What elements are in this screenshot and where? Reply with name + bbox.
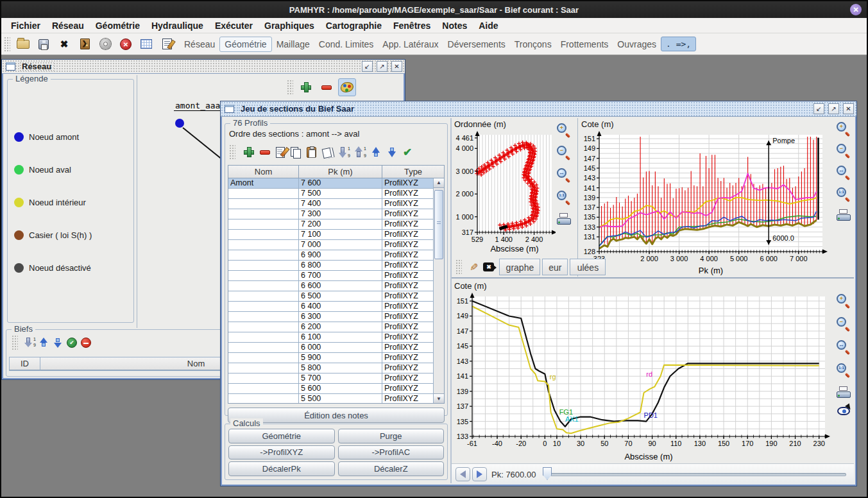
toolbar-drag-handle[interactable]: [455, 259, 462, 275]
zoom-in-icon[interactable]: +: [557, 123, 571, 137]
scroll-down-icon[interactable]: ▼: [434, 393, 444, 403]
move-down-icon[interactable]: [387, 147, 397, 157]
zoom-out-icon[interactable]: −: [837, 144, 851, 158]
table-scrollbar[interactable]: ▲ ▼: [433, 178, 444, 403]
toolbar-button-[interactable]: . =>,: [661, 37, 696, 51]
open-folder-button[interactable]: [14, 35, 32, 53]
sort-descending-icon[interactable]: 19: [24, 337, 35, 348]
sections-window[interactable]: Jeu de sections du Bief Saar ↙ ↗ ✕ 76 Pr…: [220, 101, 857, 486]
minimize-icon[interactable]: ↙: [362, 61, 373, 72]
col-pk[interactable]: Pk (m): [299, 166, 382, 178]
paste-icon[interactable]: [307, 147, 316, 158]
toolbar-button-troncons[interactable]: Tronçons: [510, 37, 556, 51]
table-row[interactable]: 5 700ProfilXYZ: [228, 374, 433, 384]
sort-descending-icon[interactable]: 19: [339, 146, 349, 158]
zoom-fit-icon[interactable]: ↔: [837, 166, 851, 180]
main-splitter[interactable]: [450, 118, 452, 483]
table-row[interactable]: 6 400ProfilXYZ: [228, 302, 433, 312]
zoom-fit-icon[interactable]: ↔: [557, 168, 571, 182]
menu-geometrie[interactable]: Géométrie: [90, 19, 146, 32]
calc-button-profilxyz[interactable]: ->ProfilXYZ: [228, 445, 335, 460]
biefs-col-id[interactable]: ID: [10, 357, 40, 370]
edit-pencil-icon[interactable]: ✎: [470, 261, 478, 273]
zoom-out-icon[interactable]: −: [837, 317, 851, 331]
table-row[interactable]: 6 500ProfilXYZ: [228, 291, 433, 302]
remove-node-button[interactable]: [318, 78, 336, 96]
toolbar-button-reseau[interactable]: Réseau: [180, 37, 219, 51]
delete-bief-icon[interactable]: [81, 338, 91, 348]
toolbar-button-geometrie[interactable]: Géométrie: [219, 37, 271, 52]
plan-view-chart[interactable]: 5291 4002 4004 4614 0003 0002 0001 00031…: [453, 130, 556, 254]
print-icon[interactable]: [837, 386, 851, 398]
toolbar-button-frottements[interactable]: Frottements: [556, 37, 613, 51]
calc-button-decalerz[interactable]: DécalerZ: [338, 461, 445, 476]
pk-slider[interactable]: [543, 473, 846, 476]
zoom-1to1-icon[interactable]: 1:1: [837, 363, 851, 377]
toolbar-button-condlimites[interactable]: Cond. Limites: [314, 37, 379, 51]
table-row[interactable]: 7 300ProfilXYZ: [228, 209, 433, 219]
table-row[interactable]: 7 500ProfilXYZ: [228, 189, 433, 199]
calc-button-profilac[interactable]: ->ProfilAC: [338, 445, 445, 460]
table-row[interactable]: 7 000ProfilXYZ: [228, 240, 433, 250]
cross-section-chart[interactable]: rgrdFG1AX1PD1-61-40-20010305070901101301…: [453, 291, 834, 462]
menu-hydraulique[interactable]: Hydraulique: [146, 19, 209, 32]
long-profile-chart[interactable]: Pompe6000.03232 0003 0004 0005 0006 0007…: [580, 130, 831, 276]
col-type[interactable]: Type: [382, 166, 444, 178]
toolbar-drag-handle[interactable]: [4, 37, 10, 52]
toolbar-drag-handle[interactable]: [287, 80, 293, 95]
table-row[interactable]: Amont7 600ProfilXYZ: [228, 178, 433, 189]
calc-button-geometrie[interactable]: Géométrie: [228, 429, 335, 443]
toolbar-button-applateraux[interactable]: App. Latéraux: [378, 37, 443, 51]
print-icon[interactable]: [557, 213, 571, 225]
sort-ascending-icon[interactable]: 19: [355, 146, 365, 158]
clear-icon[interactable]: ✖: [483, 262, 494, 271]
add-profile-icon[interactable]: [244, 147, 254, 157]
settings-button[interactable]: [96, 35, 114, 53]
visibility-eye-icon[interactable]: [837, 407, 850, 415]
menu-cartographie[interactable]: Cartographie: [320, 19, 387, 32]
next-profile-button[interactable]: [472, 467, 487, 481]
notes-button[interactable]: [158, 35, 176, 53]
table-row[interactable]: 6 000ProfilXYZ: [228, 343, 433, 353]
network-node-amont[interactable]: [175, 119, 184, 128]
sections-titlebar[interactable]: Jeu de sections du Bief Saar ↙ ↗ ✕: [221, 101, 856, 117]
toolbar-button-maillage[interactable]: Maillage: [272, 37, 314, 51]
results-table-button[interactable]: [137, 35, 155, 53]
close-icon[interactable]: ✕: [850, 4, 862, 15]
zoom-in-icon[interactable]: +: [837, 294, 851, 308]
table-row[interactable]: 5 900ProfilXYZ: [228, 353, 433, 363]
menu-notes[interactable]: Notes: [436, 19, 473, 32]
table-row[interactable]: 6 300ProfilXYZ: [228, 312, 433, 322]
col-nom[interactable]: Nom: [228, 166, 299, 178]
copy-icon[interactable]: [291, 147, 301, 158]
quit-button[interactable]: [76, 35, 94, 53]
toolbar-drag-handle[interactable]: [229, 144, 235, 160]
close-window-icon[interactable]: ✕: [843, 103, 854, 114]
scrollbar-thumb[interactable]: [434, 190, 443, 259]
zoom-1to1-icon[interactable]: 1:1: [837, 187, 851, 202]
table-row[interactable]: 6 200ProfilXYZ: [228, 322, 433, 332]
reseau-titlebar[interactable]: Réseau ↙ ↗ ✕: [2, 60, 405, 74]
table-row[interactable]: 7 100ProfilXYZ: [228, 230, 433, 240]
zoom-in-icon[interactable]: +: [837, 122, 851, 136]
previous-profile-button[interactable]: [455, 467, 470, 481]
table-row[interactable]: 6 800ProfilXYZ: [228, 261, 433, 271]
plot-tab-0[interactable]: graphe: [499, 259, 540, 275]
zoom-fit-icon[interactable]: ↔: [837, 340, 851, 354]
move-up-icon[interactable]: [38, 338, 49, 348]
remove-profile-icon[interactable]: [260, 147, 270, 157]
edit-profile-icon[interactable]: [276, 147, 285, 158]
move-down-icon[interactable]: [53, 338, 63, 348]
menu-executer[interactable]: Exécuter: [209, 19, 259, 32]
table-row[interactable]: 5 500ProfilXYZ: [228, 394, 433, 403]
enable-bief-icon[interactable]: ✔: [67, 338, 77, 348]
menu-fenetres[interactable]: Fenêtres: [387, 19, 436, 32]
menu-graphiques[interactable]: Graphiques: [259, 19, 320, 32]
style-palette-button[interactable]: [338, 78, 356, 96]
menu-aide[interactable]: Aide: [473, 19, 504, 32]
table-row[interactable]: 7 400ProfilXYZ: [228, 199, 433, 209]
table-row[interactable]: 6 100ProfilXYZ: [228, 332, 433, 343]
table-row[interactable]: 6 900ProfilXYZ: [228, 250, 433, 261]
menu-fichier[interactable]: Fichier: [5, 19, 46, 32]
zoom-out-icon[interactable]: −: [557, 146, 571, 160]
